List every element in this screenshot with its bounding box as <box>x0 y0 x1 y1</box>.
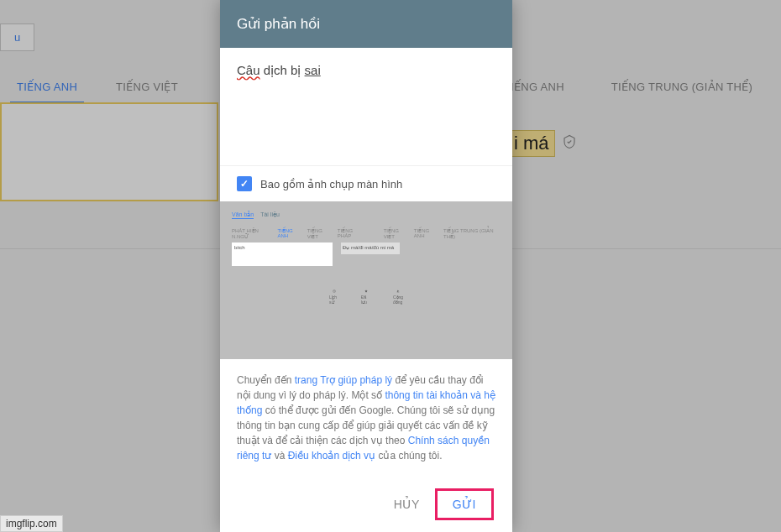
preview-tab: Văn bản <box>232 211 254 219</box>
feedback-word-1: Câu <box>237 63 260 77</box>
preview-subtab: TIẾNG VIỆT <box>307 227 333 239</box>
preview-source: bitch <box>232 243 333 266</box>
checkbox-icon[interactable]: ✓ <box>237 176 252 191</box>
preview-subtab: TIẾNG VIỆT <box>384 227 409 239</box>
preview-subtab: TIẾNG ANH <box>414 227 438 239</box>
submit-button[interactable]: GỬI <box>435 488 494 520</box>
screenshot-preview[interactable]: Văn bản Tài liệu PHÁT HIỆN N.NGỮ TIẾNG A… <box>220 201 512 359</box>
preview-target: Đụ má/đi má/đù mi má <box>341 243 400 254</box>
svg-point-1 <box>397 290 398 291</box>
cancel-button[interactable]: HỦY <box>394 498 420 511</box>
preview-subtab: TIẾNG PHÁP <box>338 227 365 239</box>
preview-subtab: TIẾNG TRUNG (GIẢN THỂ) <box>443 227 501 239</box>
watermark: imgflip.com <box>0 515 63 532</box>
preview-subtab: TIẾNG ANH <box>277 227 301 239</box>
feedback-word-2: dịch bị <box>260 63 305 77</box>
community-icon: Cộng đồng <box>393 289 403 305</box>
history-icon: Lịch sử <box>329 289 339 305</box>
screenshot-checkbox-row[interactable]: ✓ Bao gồm ảnh chụp màn hình <box>220 165 512 201</box>
feedback-modal: Gửi phản hồi Câu dịch bị sai ✓ Bao gồm ả… <box>220 0 512 532</box>
checkbox-label: Bao gồm ảnh chụp màn hình <box>260 178 402 190</box>
legal-footer-text: Chuyển đến trang Trợ giúp pháp lý để yêu… <box>220 359 512 477</box>
modal-button-row: HỦY GỬI <box>220 477 512 532</box>
tos-link[interactable]: Điều khoản dịch vụ <box>288 450 375 462</box>
preview-tab: Tài liệu <box>260 211 280 219</box>
svg-point-2 <box>398 290 399 291</box>
modal-title: Gửi phản hồi <box>220 0 512 48</box>
saved-icon: Đã lưu <box>361 289 371 305</box>
preview-subtab: PHÁT HIỆN N.NGỮ <box>232 227 272 239</box>
feedback-word-3: sai <box>305 63 321 77</box>
feedback-textarea[interactable]: Câu dịch bị sai <box>220 48 512 165</box>
legal-help-link[interactable]: trang Trợ giúp pháp lý <box>295 374 392 386</box>
